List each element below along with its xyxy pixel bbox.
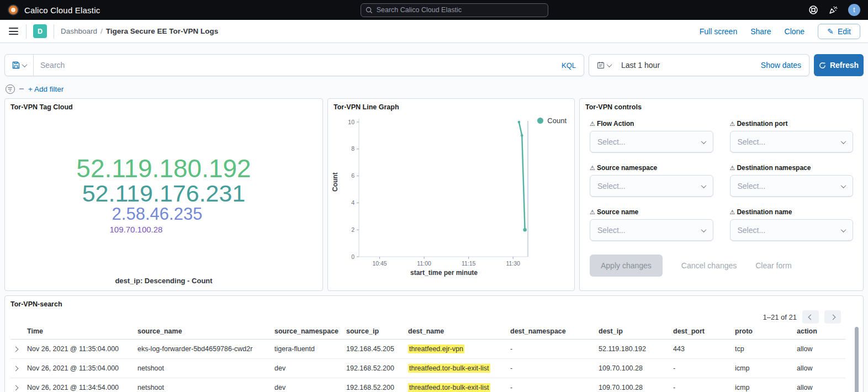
- apply-changes-button[interactable]: Apply changes: [590, 255, 663, 277]
- highlighted-dest-name: threatfeed.ejr-vpn: [408, 345, 464, 353]
- chevron-right-icon: [830, 314, 835, 320]
- col-action: action: [795, 324, 845, 340]
- col-source-namespace: source_namespace: [272, 324, 344, 340]
- chevron-down-icon: [701, 139, 706, 144]
- calendar-icon: [597, 61, 605, 69]
- legend-dot-icon: [537, 118, 543, 124]
- destination-name-select[interactable]: Select...: [730, 219, 854, 241]
- help-icon[interactable]: [808, 5, 818, 15]
- svg-text:10: 10: [348, 119, 354, 125]
- clear-form-button[interactable]: Clear form: [755, 261, 791, 270]
- app-title: Calico Cloud Elastic: [24, 6, 100, 15]
- flow-action-select[interactable]: Select...: [590, 131, 713, 153]
- svg-text:6: 6: [351, 172, 354, 179]
- source-name-select[interactable]: Select...: [590, 219, 713, 241]
- dashboard-panels: Tor-VPN Tag Cloud 52.119.180.192 52.119.…: [0, 95, 868, 291]
- table-row: Nov 26, 2021 @ 11:35:04.000 eks-log-forw…: [10, 340, 845, 359]
- vertical-scrollbar[interactable]: [855, 327, 859, 392]
- svg-text:10:45: 10:45: [372, 260, 387, 267]
- refresh-button[interactable]: Refresh: [814, 54, 864, 76]
- dashboard-app-badge[interactable]: D: [33, 24, 47, 38]
- control-field-flow-action: ⚠Flow Action Select...: [590, 120, 713, 153]
- svg-text:4: 4: [351, 199, 354, 206]
- next-page-button[interactable]: [824, 310, 841, 324]
- svg-text:11:15: 11:15: [462, 260, 476, 267]
- col-dest-port: dest_port: [671, 324, 733, 340]
- source-namespace-select[interactable]: Select...: [590, 175, 713, 197]
- warning-icon: ⚠: [590, 209, 595, 215]
- expand-row-icon[interactable]: [13, 384, 19, 391]
- table-header-row: Time source_name source_namespace source…: [10, 324, 845, 340]
- saved-query-menu-button[interactable]: [5, 55, 34, 76]
- query-toolbar: KQL Last 1 hour Show dates Refresh + Add…: [0, 43, 868, 95]
- add-filter-button[interactable]: + Add filter: [28, 85, 63, 93]
- cancel-changes-button[interactable]: Cancel changes: [681, 261, 737, 270]
- col-dest-namespace: dest_namespace: [508, 324, 596, 340]
- pagination-label: 1–21 of 21: [763, 313, 797, 321]
- destination-port-select[interactable]: Select...: [730, 131, 854, 153]
- search-results-table: Time source_name source_namespace source…: [10, 324, 845, 392]
- chevron-down-icon: [22, 62, 27, 67]
- clone-button[interactable]: Clone: [785, 27, 805, 36]
- tag-cloud-term[interactable]: 109.70.100.28: [110, 225, 163, 234]
- kql-search-input[interactable]: [34, 61, 554, 70]
- expand-row-icon[interactable]: [13, 364, 19, 372]
- col-proto: proto: [733, 324, 795, 340]
- search-icon: [366, 7, 373, 14]
- line-chart[interactable]: 024681010:4511:0011:1511:30: [340, 114, 534, 269]
- share-button[interactable]: Share: [750, 27, 771, 36]
- chart-legend[interactable]: Count: [537, 116, 567, 125]
- table-row: Nov 26, 2021 @ 11:35:04.000 netshoot dev…: [10, 359, 845, 378]
- tag-cloud-term[interactable]: 52.119.180.192: [76, 156, 251, 182]
- col-dest-name: dest_name: [406, 324, 508, 340]
- highlighted-dest-name: threatfeed.tor-bulk-exit-list: [408, 364, 490, 373]
- destination-namespace-select[interactable]: Select...: [730, 175, 854, 197]
- calico-logo-icon[interactable]: [8, 4, 19, 15]
- tag-cloud-term[interactable]: 2.58.46.235: [112, 205, 203, 223]
- calendar-menu-button[interactable]: [589, 55, 619, 76]
- warning-icon: ⚠: [590, 165, 595, 171]
- panel-line-graph: Tor-VPN Line Graph Count 024681010:4511:…: [327, 98, 575, 291]
- table-row: Nov 26, 2021 @ 11:34:54.000 netshoot dev…: [10, 378, 845, 392]
- tag-cloud-caption: dest_ip: Descending - Count: [5, 277, 322, 285]
- global-search[interactable]: [361, 3, 548, 17]
- menu-icon[interactable]: [8, 25, 19, 37]
- time-range-value[interactable]: Last 1 hour: [619, 61, 660, 70]
- col-source-name: source_name: [135, 324, 272, 340]
- user-avatar[interactable]: t: [848, 4, 860, 16]
- panel-tag-cloud: Tor-VPN Tag Cloud 52.119.180.192 52.119.…: [4, 98, 323, 291]
- edit-button[interactable]: ✎ Edit: [818, 24, 860, 39]
- breadcrumb: Dashboard / Tigera Secure EE Tor-VPN Log…: [61, 27, 218, 35]
- expand-row-icon[interactable]: [13, 345, 19, 353]
- chevron-down-icon: [841, 139, 846, 144]
- breadcrumb-dashboard[interactable]: Dashboard: [61, 27, 97, 35]
- global-search-input[interactable]: [377, 6, 543, 14]
- control-field-source-name: ⚠Source name Select...: [590, 208, 713, 241]
- divider: [26, 24, 27, 39]
- full-screen-button[interactable]: Full screen: [700, 27, 737, 36]
- filter-icon[interactable]: [6, 84, 15, 94]
- tag-cloud: 52.119.180.192 52.119.176.231 2.58.46.23…: [5, 132, 322, 257]
- legend-label: Count: [547, 116, 567, 125]
- svg-text:0: 0: [351, 253, 354, 260]
- line-chart-area: Count 024681010:4511:0011:1511:30 start_…: [332, 114, 534, 277]
- top-app-bar: Calico Cloud Elastic t: [0, 0, 868, 20]
- warning-icon: ⚠: [730, 209, 735, 215]
- chevron-left-icon: [808, 314, 813, 320]
- warning-icon: ⚠: [730, 165, 735, 171]
- chevron-down-icon: [701, 227, 706, 232]
- chevron-down-icon: [841, 183, 846, 188]
- kql-language-button[interactable]: KQL: [554, 61, 584, 70]
- control-field-destination-name: ⚠Destination name Select...: [730, 208, 854, 241]
- pencil-icon: ✎: [827, 27, 834, 36]
- svg-text:11:30: 11:30: [506, 260, 520, 267]
- panel-title: Tor-VPN controls: [585, 103, 858, 111]
- divider: [54, 24, 54, 39]
- previous-page-button[interactable]: [802, 310, 819, 324]
- tag-cloud-term[interactable]: 52.119.176.231: [82, 182, 246, 206]
- show-dates-button[interactable]: Show dates: [753, 61, 809, 70]
- newsfeed-icon[interactable]: [828, 5, 838, 15]
- svg-text:2: 2: [351, 226, 354, 233]
- chevron-down-icon: [841, 227, 846, 232]
- panel-title: Tor-VPN-search: [10, 300, 858, 308]
